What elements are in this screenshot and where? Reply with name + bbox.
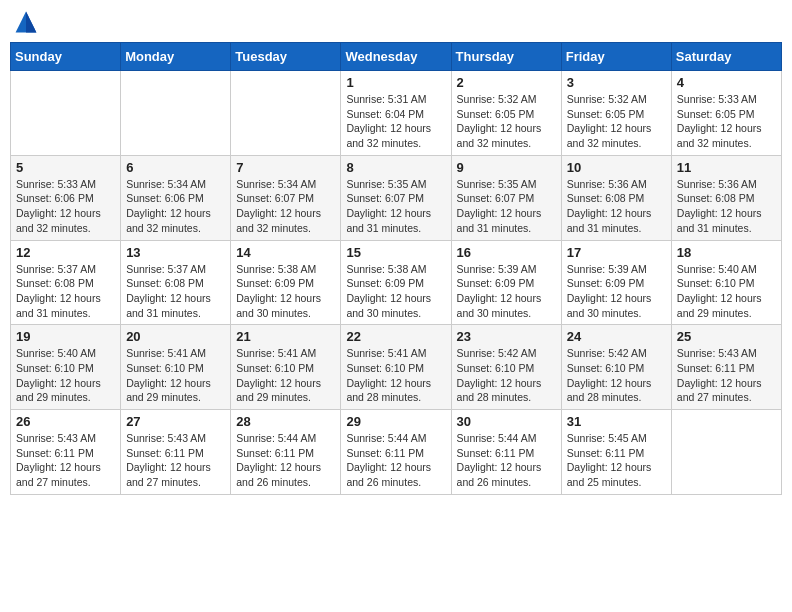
day-number: 30 bbox=[457, 414, 556, 429]
day-info: Sunrise: 5:33 AMSunset: 6:06 PMDaylight:… bbox=[16, 177, 115, 236]
logo bbox=[14, 10, 42, 34]
day-cell: 2 Sunrise: 5:32 AMSunset: 6:05 PMDayligh… bbox=[451, 71, 561, 156]
day-number: 4 bbox=[677, 75, 776, 90]
day-number: 9 bbox=[457, 160, 556, 175]
day-cell: 21 Sunrise: 5:41 AMSunset: 6:10 PMDaylig… bbox=[231, 325, 341, 410]
day-cell: 22 Sunrise: 5:41 AMSunset: 6:10 PMDaylig… bbox=[341, 325, 451, 410]
logo-icon bbox=[14, 10, 38, 34]
day-number: 28 bbox=[236, 414, 335, 429]
day-info: Sunrise: 5:35 AMSunset: 6:07 PMDaylight:… bbox=[457, 177, 556, 236]
day-info: Sunrise: 5:33 AMSunset: 6:05 PMDaylight:… bbox=[677, 92, 776, 151]
day-cell: 19 Sunrise: 5:40 AMSunset: 6:10 PMDaylig… bbox=[11, 325, 121, 410]
day-number: 17 bbox=[567, 245, 666, 260]
week-row-2: 5 Sunrise: 5:33 AMSunset: 6:06 PMDayligh… bbox=[11, 155, 782, 240]
day-number: 23 bbox=[457, 329, 556, 344]
day-number: 18 bbox=[677, 245, 776, 260]
day-cell: 24 Sunrise: 5:42 AMSunset: 6:10 PMDaylig… bbox=[561, 325, 671, 410]
day-cell: 23 Sunrise: 5:42 AMSunset: 6:10 PMDaylig… bbox=[451, 325, 561, 410]
day-cell: 7 Sunrise: 5:34 AMSunset: 6:07 PMDayligh… bbox=[231, 155, 341, 240]
day-info: Sunrise: 5:38 AMSunset: 6:09 PMDaylight:… bbox=[346, 262, 445, 321]
day-number: 10 bbox=[567, 160, 666, 175]
day-cell: 28 Sunrise: 5:44 AMSunset: 6:11 PMDaylig… bbox=[231, 410, 341, 495]
day-info: Sunrise: 5:43 AMSunset: 6:11 PMDaylight:… bbox=[126, 431, 225, 490]
day-number: 27 bbox=[126, 414, 225, 429]
day-cell: 12 Sunrise: 5:37 AMSunset: 6:08 PMDaylig… bbox=[11, 240, 121, 325]
weekday-header-wednesday: Wednesday bbox=[341, 43, 451, 71]
week-row-4: 19 Sunrise: 5:40 AMSunset: 6:10 PMDaylig… bbox=[11, 325, 782, 410]
day-cell: 26 Sunrise: 5:43 AMSunset: 6:11 PMDaylig… bbox=[11, 410, 121, 495]
day-cell: 31 Sunrise: 5:45 AMSunset: 6:11 PMDaylig… bbox=[561, 410, 671, 495]
day-info: Sunrise: 5:36 AMSunset: 6:08 PMDaylight:… bbox=[677, 177, 776, 236]
day-cell bbox=[671, 410, 781, 495]
week-row-5: 26 Sunrise: 5:43 AMSunset: 6:11 PMDaylig… bbox=[11, 410, 782, 495]
day-cell: 14 Sunrise: 5:38 AMSunset: 6:09 PMDaylig… bbox=[231, 240, 341, 325]
day-number: 8 bbox=[346, 160, 445, 175]
day-info: Sunrise: 5:43 AMSunset: 6:11 PMDaylight:… bbox=[677, 346, 776, 405]
day-cell: 13 Sunrise: 5:37 AMSunset: 6:08 PMDaylig… bbox=[121, 240, 231, 325]
day-cell: 18 Sunrise: 5:40 AMSunset: 6:10 PMDaylig… bbox=[671, 240, 781, 325]
day-info: Sunrise: 5:32 AMSunset: 6:05 PMDaylight:… bbox=[457, 92, 556, 151]
day-number: 12 bbox=[16, 245, 115, 260]
day-info: Sunrise: 5:39 AMSunset: 6:09 PMDaylight:… bbox=[567, 262, 666, 321]
day-info: Sunrise: 5:36 AMSunset: 6:08 PMDaylight:… bbox=[567, 177, 666, 236]
day-cell: 16 Sunrise: 5:39 AMSunset: 6:09 PMDaylig… bbox=[451, 240, 561, 325]
day-cell: 30 Sunrise: 5:44 AMSunset: 6:11 PMDaylig… bbox=[451, 410, 561, 495]
weekday-header-saturday: Saturday bbox=[671, 43, 781, 71]
day-cell bbox=[231, 71, 341, 156]
day-cell: 5 Sunrise: 5:33 AMSunset: 6:06 PMDayligh… bbox=[11, 155, 121, 240]
day-number: 26 bbox=[16, 414, 115, 429]
day-cell: 27 Sunrise: 5:43 AMSunset: 6:11 PMDaylig… bbox=[121, 410, 231, 495]
day-info: Sunrise: 5:31 AMSunset: 6:04 PMDaylight:… bbox=[346, 92, 445, 151]
day-number: 14 bbox=[236, 245, 335, 260]
day-info: Sunrise: 5:42 AMSunset: 6:10 PMDaylight:… bbox=[457, 346, 556, 405]
day-cell: 10 Sunrise: 5:36 AMSunset: 6:08 PMDaylig… bbox=[561, 155, 671, 240]
day-number: 15 bbox=[346, 245, 445, 260]
calendar: SundayMondayTuesdayWednesdayThursdayFrid… bbox=[10, 42, 782, 495]
day-number: 24 bbox=[567, 329, 666, 344]
day-cell: 25 Sunrise: 5:43 AMSunset: 6:11 PMDaylig… bbox=[671, 325, 781, 410]
weekday-header-friday: Friday bbox=[561, 43, 671, 71]
day-number: 7 bbox=[236, 160, 335, 175]
day-info: Sunrise: 5:42 AMSunset: 6:10 PMDaylight:… bbox=[567, 346, 666, 405]
page-header bbox=[10, 10, 782, 34]
day-info: Sunrise: 5:44 AMSunset: 6:11 PMDaylight:… bbox=[236, 431, 335, 490]
weekday-header-tuesday: Tuesday bbox=[231, 43, 341, 71]
day-number: 16 bbox=[457, 245, 556, 260]
day-info: Sunrise: 5:34 AMSunset: 6:07 PMDaylight:… bbox=[236, 177, 335, 236]
day-info: Sunrise: 5:38 AMSunset: 6:09 PMDaylight:… bbox=[236, 262, 335, 321]
day-info: Sunrise: 5:41 AMSunset: 6:10 PMDaylight:… bbox=[236, 346, 335, 405]
weekday-header-thursday: Thursday bbox=[451, 43, 561, 71]
day-info: Sunrise: 5:41 AMSunset: 6:10 PMDaylight:… bbox=[346, 346, 445, 405]
day-info: Sunrise: 5:40 AMSunset: 6:10 PMDaylight:… bbox=[677, 262, 776, 321]
day-cell: 6 Sunrise: 5:34 AMSunset: 6:06 PMDayligh… bbox=[121, 155, 231, 240]
day-number: 21 bbox=[236, 329, 335, 344]
week-row-3: 12 Sunrise: 5:37 AMSunset: 6:08 PMDaylig… bbox=[11, 240, 782, 325]
day-number: 31 bbox=[567, 414, 666, 429]
day-number: 22 bbox=[346, 329, 445, 344]
day-number: 29 bbox=[346, 414, 445, 429]
day-cell: 20 Sunrise: 5:41 AMSunset: 6:10 PMDaylig… bbox=[121, 325, 231, 410]
day-number: 19 bbox=[16, 329, 115, 344]
day-info: Sunrise: 5:37 AMSunset: 6:08 PMDaylight:… bbox=[126, 262, 225, 321]
day-cell: 1 Sunrise: 5:31 AMSunset: 6:04 PMDayligh… bbox=[341, 71, 451, 156]
day-cell: 11 Sunrise: 5:36 AMSunset: 6:08 PMDaylig… bbox=[671, 155, 781, 240]
day-info: Sunrise: 5:44 AMSunset: 6:11 PMDaylight:… bbox=[457, 431, 556, 490]
day-cell bbox=[11, 71, 121, 156]
day-info: Sunrise: 5:43 AMSunset: 6:11 PMDaylight:… bbox=[16, 431, 115, 490]
day-cell: 17 Sunrise: 5:39 AMSunset: 6:09 PMDaylig… bbox=[561, 240, 671, 325]
day-number: 3 bbox=[567, 75, 666, 90]
day-cell: 4 Sunrise: 5:33 AMSunset: 6:05 PMDayligh… bbox=[671, 71, 781, 156]
day-number: 11 bbox=[677, 160, 776, 175]
day-info: Sunrise: 5:34 AMSunset: 6:06 PMDaylight:… bbox=[126, 177, 225, 236]
day-number: 5 bbox=[16, 160, 115, 175]
weekday-header-row: SundayMondayTuesdayWednesdayThursdayFrid… bbox=[11, 43, 782, 71]
weekday-header-monday: Monday bbox=[121, 43, 231, 71]
day-number: 20 bbox=[126, 329, 225, 344]
day-number: 25 bbox=[677, 329, 776, 344]
day-number: 2 bbox=[457, 75, 556, 90]
day-cell: 8 Sunrise: 5:35 AMSunset: 6:07 PMDayligh… bbox=[341, 155, 451, 240]
day-cell bbox=[121, 71, 231, 156]
day-cell: 3 Sunrise: 5:32 AMSunset: 6:05 PMDayligh… bbox=[561, 71, 671, 156]
day-info: Sunrise: 5:40 AMSunset: 6:10 PMDaylight:… bbox=[16, 346, 115, 405]
week-row-1: 1 Sunrise: 5:31 AMSunset: 6:04 PMDayligh… bbox=[11, 71, 782, 156]
